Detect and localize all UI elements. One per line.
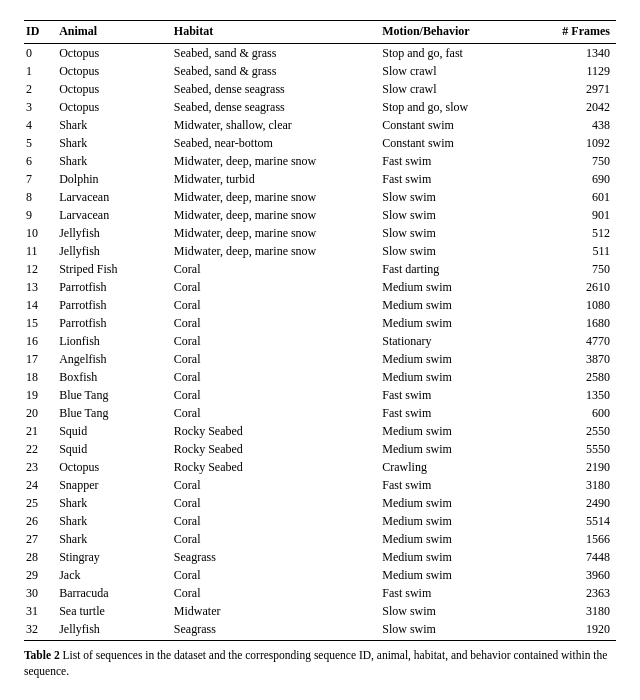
cell-motion: Medium swim <box>376 296 543 314</box>
cell-motion: Fast darting <box>376 260 543 278</box>
cell-motion: Slow swim <box>376 206 543 224</box>
cell-animal: Boxfish <box>53 368 168 386</box>
table-row: 0OctopusSeabed, sand & grassStop and go,… <box>24 44 616 63</box>
cell-motion: Medium swim <box>376 530 543 548</box>
cell-motion: Fast swim <box>376 584 543 602</box>
cell-animal: Barracuda <box>53 584 168 602</box>
cell-id: 7 <box>24 170 53 188</box>
cell-id: 31 <box>24 602 53 620</box>
cell-id: 23 <box>24 458 53 476</box>
cell-id: 15 <box>24 314 53 332</box>
table-row: 22SquidRocky SeabedMedium swim5550 <box>24 440 616 458</box>
cell-frames: 511 <box>543 242 616 260</box>
cell-frames: 1680 <box>543 314 616 332</box>
cell-id: 32 <box>24 620 53 640</box>
cell-animal: Blue Tang <box>53 386 168 404</box>
cell-frames: 690 <box>543 170 616 188</box>
table-row: 19Blue TangCoralFast swim1350 <box>24 386 616 404</box>
table-row: 20Blue TangCoralFast swim600 <box>24 404 616 422</box>
cell-animal: Jellyfish <box>53 620 168 640</box>
cell-habitat: Midwater, deep, marine snow <box>168 152 376 170</box>
table-row: 12Striped FishCoralFast darting750 <box>24 260 616 278</box>
cell-habitat: Coral <box>168 368 376 386</box>
table-row: 29JackCoralMedium swim3960 <box>24 566 616 584</box>
cell-motion: Fast swim <box>376 386 543 404</box>
cell-motion: Slow crawl <box>376 62 543 80</box>
cell-animal: Shark <box>53 134 168 152</box>
cell-frames: 2042 <box>543 98 616 116</box>
table-row: 32JellyfishSeagrassSlow swim1920 <box>24 620 616 640</box>
cell-animal: Snapper <box>53 476 168 494</box>
cell-id: 9 <box>24 206 53 224</box>
cell-id: 1 <box>24 62 53 80</box>
cell-id: 27 <box>24 530 53 548</box>
cell-id: 14 <box>24 296 53 314</box>
cell-frames: 438 <box>543 116 616 134</box>
cell-motion: Slow swim <box>376 188 543 206</box>
cell-habitat: Coral <box>168 584 376 602</box>
cell-habitat: Coral <box>168 512 376 530</box>
cell-id: 22 <box>24 440 53 458</box>
cell-habitat: Seabed, sand & grass <box>168 44 376 63</box>
table-row: 7DolphinMidwater, turbidFast swim690 <box>24 170 616 188</box>
cell-animal: Larvacean <box>53 188 168 206</box>
cell-motion: Slow swim <box>376 602 543 620</box>
cell-id: 26 <box>24 512 53 530</box>
cell-motion: Stop and go, slow <box>376 98 543 116</box>
cell-frames: 1566 <box>543 530 616 548</box>
cell-habitat: Seabed, near-bottom <box>168 134 376 152</box>
cell-id: 16 <box>24 332 53 350</box>
cell-frames: 750 <box>543 152 616 170</box>
cell-frames: 2363 <box>543 584 616 602</box>
cell-motion: Medium swim <box>376 548 543 566</box>
table-row: 28StingraySeagrassMedium swim7448 <box>24 548 616 566</box>
table-row: 1OctopusSeabed, sand & grassSlow crawl11… <box>24 62 616 80</box>
table-row: 3OctopusSeabed, dense seagrassStop and g… <box>24 98 616 116</box>
cell-habitat: Seabed, dense seagrass <box>168 80 376 98</box>
cell-frames: 2610 <box>543 278 616 296</box>
cell-habitat: Rocky Seabed <box>168 440 376 458</box>
cell-animal: Shark <box>53 116 168 134</box>
cell-id: 5 <box>24 134 53 152</box>
cell-frames: 2971 <box>543 80 616 98</box>
cell-id: 6 <box>24 152 53 170</box>
cell-animal: Angelfish <box>53 350 168 368</box>
table-row: 15ParrotfishCoralMedium swim1680 <box>24 314 616 332</box>
cell-habitat: Seabed, dense seagrass <box>168 98 376 116</box>
table-row: 11JellyfishMidwater, deep, marine snowSl… <box>24 242 616 260</box>
cell-animal: Shark <box>53 512 168 530</box>
cell-habitat: Rocky Seabed <box>168 458 376 476</box>
cell-animal: Shark <box>53 494 168 512</box>
cell-motion: Constant swim <box>376 116 543 134</box>
cell-motion: Medium swim <box>376 512 543 530</box>
cell-motion: Medium swim <box>376 422 543 440</box>
cell-animal: Parrotfish <box>53 278 168 296</box>
cell-motion: Fast swim <box>376 476 543 494</box>
cell-animal: Parrotfish <box>53 296 168 314</box>
cell-frames: 512 <box>543 224 616 242</box>
cell-motion: Fast swim <box>376 170 543 188</box>
cell-id: 0 <box>24 44 53 63</box>
cell-habitat: Coral <box>168 566 376 584</box>
cell-id: 19 <box>24 386 53 404</box>
col-header-habitat: Habitat <box>168 21 376 44</box>
cell-frames: 1129 <box>543 62 616 80</box>
cell-habitat: Coral <box>168 332 376 350</box>
cell-frames: 2490 <box>543 494 616 512</box>
cell-frames: 2580 <box>543 368 616 386</box>
table-row: 16LionfishCoralStationary4770 <box>24 332 616 350</box>
cell-motion: Constant swim <box>376 134 543 152</box>
cell-animal: Octopus <box>53 62 168 80</box>
cell-motion: Medium swim <box>376 368 543 386</box>
cell-habitat: Coral <box>168 296 376 314</box>
cell-id: 17 <box>24 350 53 368</box>
cell-id: 18 <box>24 368 53 386</box>
cell-frames: 5514 <box>543 512 616 530</box>
table-row: 30BarracudaCoralFast swim2363 <box>24 584 616 602</box>
cell-animal: Shark <box>53 530 168 548</box>
table-caption: Table 2 List of sequences in the dataset… <box>24 647 616 680</box>
cell-animal: Octopus <box>53 458 168 476</box>
cell-animal: Lionfish <box>53 332 168 350</box>
table-row: 2OctopusSeabed, dense seagrassSlow crawl… <box>24 80 616 98</box>
cell-frames: 601 <box>543 188 616 206</box>
